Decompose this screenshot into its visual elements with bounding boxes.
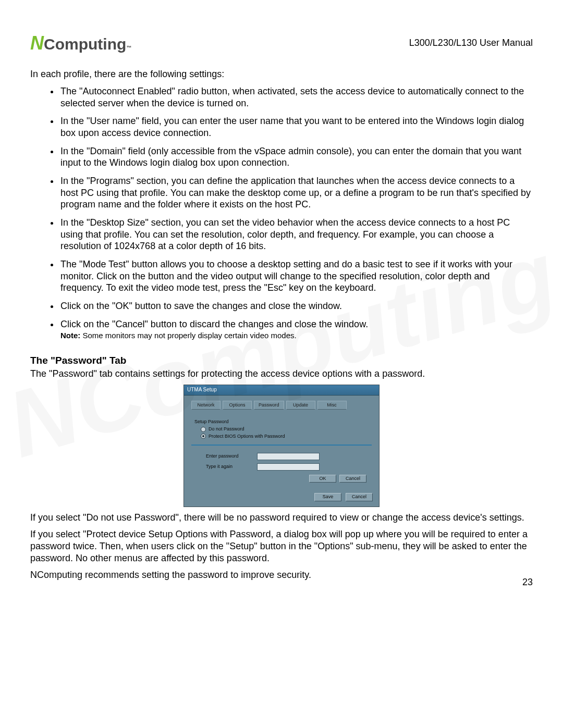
- after-paragraph-3: NComputing recommends setting the passwo…: [30, 569, 533, 581]
- bullet-item: In the "Desktop Size" section, you can s…: [59, 217, 533, 252]
- intro-paragraph: In each profile, there are the following…: [30, 68, 533, 80]
- utma-setup-dialog: UTMA Setup Network Options Password Upda…: [184, 385, 379, 507]
- tab-update[interactable]: Update: [286, 401, 315, 410]
- bullet-item: In the "Programs" section, you can defin…: [59, 175, 533, 211]
- bullet-item: In the "User name" field, you can enter …: [59, 115, 533, 139]
- radio-protect-bios[interactable]: Protect BIOS Options with Password: [201, 434, 369, 439]
- enter-password-input[interactable]: [257, 453, 320, 460]
- cancel-button[interactable]: Cancel: [339, 475, 366, 483]
- bullet-item: The "Mode Test" button allows you to cho…: [59, 258, 533, 294]
- bullet-item: Click on the "OK" button to save the cha…: [59, 300, 533, 312]
- note-line: Note: Some monitors may not properly dis…: [60, 331, 533, 341]
- radio-do-not-password[interactable]: Do not Password: [201, 426, 369, 432]
- utma-title-bar: UTMA Setup: [184, 385, 379, 396]
- note-label: Note:: [60, 331, 80, 340]
- page-header: NComputing™ L300/L230/L130 User Manual: [30, 31, 533, 55]
- logo-n: N: [30, 31, 44, 55]
- tab-network[interactable]: Network: [191, 401, 221, 410]
- tab-options[interactable]: Options: [223, 401, 252, 410]
- retype-password-input[interactable]: [257, 463, 320, 471]
- tab-misc[interactable]: Misc: [317, 401, 347, 410]
- cancel-outer-button[interactable]: Cancel: [346, 493, 373, 501]
- enter-password-label: Enter password: [197, 453, 257, 459]
- password-tab-intro: The "Password" tab contains settings for…: [30, 368, 533, 380]
- password-entry-panel: Enter password Type it again OK Cancel: [191, 445, 372, 489]
- settings-bullet-list: The "Autoconnect Enabled" radio button, …: [30, 85, 533, 341]
- manual-title: L300/L230/L130 User Manual: [409, 37, 533, 49]
- radio-icon: [201, 427, 206, 432]
- radio-label: Do not Password: [209, 426, 244, 432]
- logo-tm: ™: [126, 45, 131, 52]
- password-tab-heading: The "Password" Tab: [30, 354, 533, 367]
- radio-label: Protect BIOS Options with Password: [209, 434, 285, 439]
- tab-password[interactable]: Password: [254, 401, 284, 410]
- utma-tab-strip: Network Options Password Update Misc: [191, 401, 372, 410]
- save-button[interactable]: Save: [314, 493, 341, 501]
- group-legend: Setup Password: [194, 419, 369, 425]
- after-paragraph-2: If you select "Protect device Setup Opti…: [30, 528, 533, 564]
- bullet-text: Click on the "Cancel" button to discard …: [60, 319, 368, 329]
- setup-password-group: Setup Password Do not Password Protect B…: [194, 419, 369, 439]
- retype-password-label: Type it again: [197, 464, 257, 470]
- note-text: Some monitors may not properly display c…: [80, 331, 296, 340]
- bullet-item: The "Autoconnect Enabled" radio button, …: [59, 85, 533, 109]
- bullet-item: In the "Domain" field (only accessible f…: [59, 145, 533, 169]
- bullet-item: Click on the "Cancel" button to discard …: [59, 318, 533, 341]
- ok-button[interactable]: OK: [309, 475, 336, 483]
- after-paragraph-1: If you select "Do not use Password", the…: [30, 512, 533, 524]
- ncomputing-logo: NComputing™: [30, 31, 131, 55]
- radio-icon: [201, 434, 206, 439]
- logo-rest: Computing: [44, 34, 126, 54]
- page-number: 23: [522, 576, 533, 588]
